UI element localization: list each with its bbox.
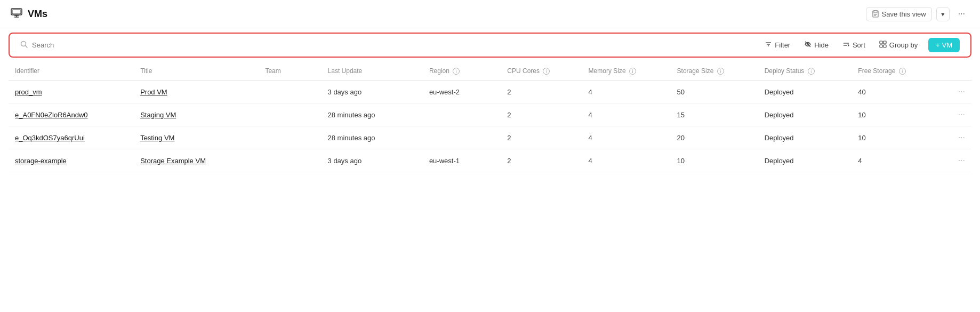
cell-free-storage: 10 (852, 103, 940, 126)
filter-label: Filter (775, 41, 790, 49)
cell-last-update: 3 days ago (322, 149, 423, 172)
svg-line-10 (26, 46, 28, 48)
title-link[interactable]: Staging VM (140, 111, 176, 119)
svg-rect-21 (883, 45, 886, 47)
cell-region (423, 126, 501, 149)
hide-label: Hide (814, 41, 829, 49)
cell-cpu-cores: 2 (501, 149, 582, 172)
page-title: VMs (28, 9, 861, 20)
groupby-button[interactable]: Group by (876, 38, 921, 52)
sort-icon (842, 41, 850, 50)
cell-cpu-cores: 2 (501, 126, 582, 149)
col-header-memory-size: Memory Size i (582, 62, 671, 81)
save-view-label: Save this view (882, 10, 926, 18)
identifier-link[interactable]: prod_vm (15, 88, 42, 96)
cell-region: eu-west-1 (423, 149, 501, 172)
cell-cpu-cores: 2 (501, 81, 582, 103)
cell-deploy-status: Deployed (758, 126, 852, 149)
cell-memory-size: 4 (582, 81, 671, 103)
save-icon (872, 10, 879, 18)
chevron-button[interactable]: ▾ (936, 7, 950, 21)
cell-memory-size: 4 (582, 103, 671, 126)
cell-storage-size: 15 (671, 103, 758, 126)
table-row: e_Oq3kdOS7ya6qrUui Testing VM 28 minutes… (9, 126, 971, 149)
svg-rect-20 (880, 45, 882, 47)
filter-button[interactable]: Filter (761, 38, 793, 52)
cell-identifier[interactable]: e_Oq3kdOS7ya6qrUui (9, 126, 134, 149)
cell-storage-size: 10 (671, 149, 758, 172)
cell-last-update: 28 minutes ago (322, 126, 423, 149)
cell-identifier[interactable]: e_A0FN0eZloR6Andw0 (9, 103, 134, 126)
title-link[interactable]: Storage Example VM (140, 157, 206, 165)
deploy-info-icon: i (808, 68, 815, 75)
table-row: storage-example Storage Example VM 3 day… (9, 149, 971, 172)
search-icon (20, 41, 28, 50)
hide-icon (804, 41, 812, 50)
cell-team (259, 149, 321, 172)
svg-rect-18 (880, 41, 882, 44)
identifier-link[interactable]: storage-example (15, 157, 67, 165)
groupby-icon (879, 41, 887, 50)
row-more-button[interactable]: ··· (940, 126, 971, 149)
col-header-storage-size: Storage Size i (671, 62, 758, 81)
cell-identifier[interactable]: prod_vm (9, 81, 134, 103)
cell-deploy-status: Deployed (758, 81, 852, 103)
groupby-label: Group by (889, 41, 918, 49)
col-header-region: Region i (423, 62, 501, 81)
storage-info-icon: i (717, 68, 724, 75)
col-header-free-storage: Free Storage i (852, 62, 940, 81)
add-vm-button[interactable]: + VM (928, 38, 960, 52)
table-row: prod_vm Prod VM 3 days ago eu-west-2 2 4… (9, 81, 971, 103)
title-link[interactable]: Testing VM (140, 134, 174, 142)
cell-deploy-status: Deployed (758, 103, 852, 126)
save-view-button[interactable]: Save this view (866, 7, 932, 21)
row-more-button[interactable]: ··· (940, 103, 971, 126)
title-link[interactable]: Prod VM (140, 88, 167, 96)
header-actions: Save this view ▾ ··· (866, 6, 969, 21)
cell-region: eu-west-2 (423, 81, 501, 103)
more-options-button[interactable]: ··· (954, 6, 969, 21)
identifier-link[interactable]: e_Oq3kdOS7ya6qrUui (15, 134, 85, 142)
identifier-link[interactable]: e_A0FN0eZloR6Andw0 (15, 111, 88, 119)
svg-rect-1 (12, 10, 21, 14)
col-header-deploy-status: Deploy Status i (758, 62, 852, 81)
toolbar: Filter Hide Sort (9, 33, 971, 58)
toolbar-actions: Filter Hide Sort (761, 38, 960, 52)
col-header-actions (940, 62, 971, 81)
vms-icon (11, 8, 22, 20)
hide-button[interactable]: Hide (801, 38, 832, 52)
row-more-button[interactable]: ··· (940, 81, 971, 103)
table-row: e_A0FN0eZloR6Andw0 Staging VM 28 minutes… (9, 103, 971, 126)
cell-team (259, 81, 321, 103)
search-input[interactable] (32, 41, 756, 49)
cell-last-update: 28 minutes ago (322, 103, 423, 126)
free-storage-info-icon: i (899, 68, 906, 75)
page-header: VMs Save this view ▾ ··· (0, 0, 980, 28)
add-vm-label: + VM (936, 41, 952, 49)
cell-title[interactable]: Testing VM (134, 126, 259, 149)
cell-title[interactable]: Staging VM (134, 103, 259, 126)
cell-region (423, 103, 501, 126)
cell-title[interactable]: Storage Example VM (134, 149, 259, 172)
col-header-title: Title (134, 62, 259, 81)
svg-rect-6 (874, 11, 877, 13)
cell-free-storage: 10 (852, 126, 940, 149)
svg-rect-19 (883, 41, 886, 44)
table-header-row: Identifier Title Team Last Update Region… (9, 62, 971, 81)
cell-memory-size: 4 (582, 149, 671, 172)
col-header-identifier: Identifier (9, 62, 134, 81)
col-header-team: Team (259, 62, 321, 81)
col-header-last-update: Last Update (322, 62, 423, 81)
cell-title[interactable]: Prod VM (134, 81, 259, 103)
row-more-button[interactable]: ··· (940, 149, 971, 172)
sort-label: Sort (853, 41, 865, 49)
cell-cpu-cores: 2 (501, 103, 582, 126)
ellipsis-icon: ··· (958, 9, 965, 18)
cell-team (259, 126, 321, 149)
cell-free-storage: 4 (852, 149, 940, 172)
cell-identifier[interactable]: storage-example (9, 149, 134, 172)
chevron-down-icon: ▾ (941, 10, 945, 18)
memory-info-icon: i (629, 68, 636, 75)
sort-button[interactable]: Sort (839, 38, 869, 52)
table-container: Identifier Title Team Last Update Region… (0, 62, 980, 172)
